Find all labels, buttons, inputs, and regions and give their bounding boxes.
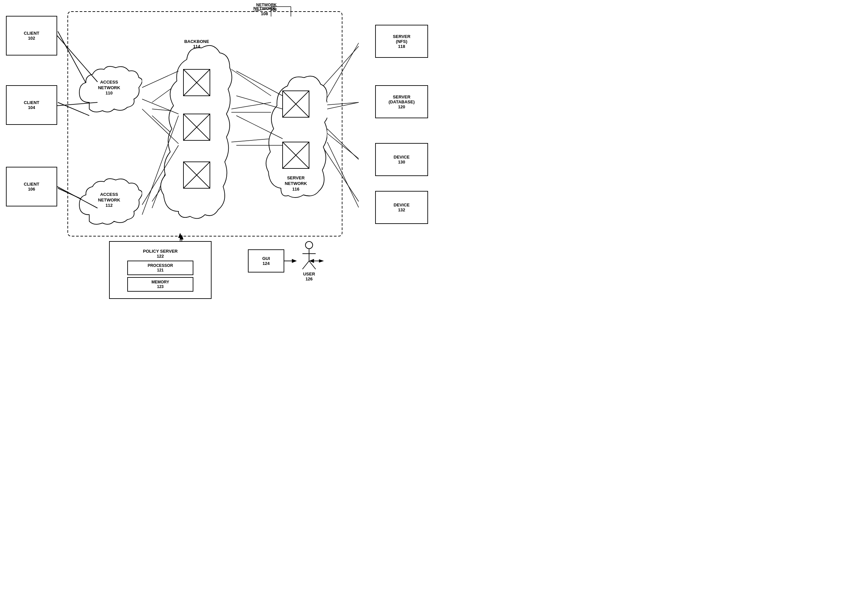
device-132-label: DEVICE	[394, 203, 410, 208]
client-106: CLIENT 106	[6, 167, 57, 206]
access-network-112: ACCESSNETWORK 112	[76, 175, 142, 228]
user-label: USER	[303, 272, 315, 276]
policy-server-number: 122	[157, 254, 164, 259]
svg-text:108: 108	[261, 11, 268, 16]
processor-121: PROCESSOR 121	[127, 261, 193, 275]
client-102-label: CLIENT	[24, 31, 39, 36]
svg-line-45	[302, 261, 309, 269]
client-102-number: 102	[28, 36, 35, 41]
user-126: USER 126	[296, 241, 322, 281]
server-db-number: 120	[398, 105, 405, 109]
memory-123: MEMORY 123	[127, 277, 193, 292]
device-130-number: 130	[398, 159, 405, 164]
network-108-number: 108	[270, 7, 277, 12]
client-104-label: CLIENT	[24, 100, 39, 105]
processor-label: PROCESSOR	[148, 263, 173, 268]
policy-server-label: POLICY SERVER	[143, 249, 178, 254]
client-106-label: CLIENT	[24, 182, 39, 187]
svg-marker-22	[180, 234, 183, 239]
server-database: SERVER(DATABASE) 120	[375, 85, 428, 118]
memory-label: MEMORY	[152, 280, 169, 284]
gui-number: 124	[263, 261, 270, 266]
client-102: CLIENT 102	[6, 16, 57, 56]
server-network-116: SERVERNETWORK 116	[264, 66, 327, 198]
server-nfs-number: 118	[398, 44, 405, 49]
client-106-number: 106	[28, 187, 35, 192]
memory-number: 123	[157, 284, 164, 289]
server-nfs-label: SERVER(NFS)	[393, 34, 410, 44]
processor-number: 121	[157, 268, 164, 273]
server-db-label: SERVER(DATABASE)	[389, 94, 415, 105]
policy-server-122: POLICY SERVER 122 PROCESSOR 121 MEMORY 1…	[109, 241, 211, 299]
gui-124: GUI 124	[248, 249, 284, 273]
access-network-110: ACCESSNETWORK 110	[76, 63, 142, 116]
client-104: CLIENT 104	[6, 85, 57, 125]
network-108-label: NETWORK 108	[256, 3, 277, 12]
client-104-number: 104	[28, 105, 35, 110]
device-130: DEVICE 130	[375, 143, 428, 176]
device-130-label: DEVICE	[394, 155, 410, 159]
svg-line-46	[309, 261, 316, 269]
backbone-114: BACKBONE 114	[159, 33, 235, 225]
user-number: 126	[305, 276, 313, 281]
gui-label: GUI	[262, 256, 270, 261]
server-nfs: SERVER(NFS) 118	[375, 25, 428, 58]
device-132: DEVICE 132	[375, 191, 428, 224]
device-132-number: 132	[398, 208, 405, 212]
network-diagram: NETWORK 108	[0, 0, 434, 308]
svg-point-42	[305, 242, 313, 249]
